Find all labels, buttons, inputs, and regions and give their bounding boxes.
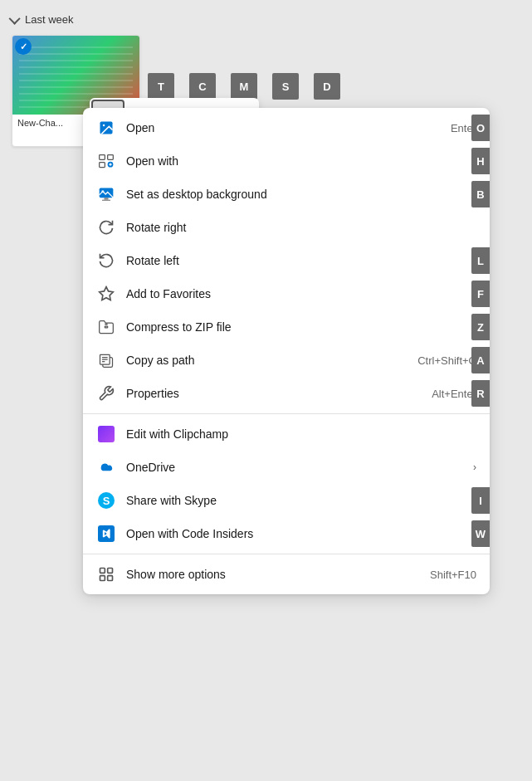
open-label: Open (126, 121, 434, 134)
copy-path-icon (96, 350, 116, 370)
show-more-shortcut: Shift+F10 (413, 569, 476, 581)
section-header: Last week (12, 13, 74, 26)
vscode-label: Open with Code Insiders (126, 527, 476, 540)
toolbar-letter-t: T (148, 73, 174, 100)
divider-1 (83, 413, 490, 414)
menu-item-rotate-left[interactable]: Rotate left L (83, 244, 490, 277)
compress-zip-letter: Z (471, 314, 490, 340)
file-selected-check (15, 38, 32, 55)
toolbar-letter-m: M (231, 73, 257, 100)
vscode-icon (96, 524, 116, 544)
onedrive-icon (96, 457, 116, 477)
favorites-letter: F (471, 281, 490, 307)
copy-path-shortcut: Ctrl+Shift+C (401, 354, 476, 367)
menu-item-open[interactable]: Open Enter O (83, 111, 490, 144)
properties-shortcut: Alt+Enter (415, 388, 476, 400)
menu-item-onedrive[interactable]: OneDrive › (83, 451, 490, 484)
skype-letter: I (471, 487, 490, 514)
toolbar-letter-d: D (314, 73, 340, 100)
svg-rect-9 (100, 155, 105, 160)
compress-zip-label: Compress to ZIP file (126, 320, 476, 334)
divider-2 (83, 554, 490, 554)
photo-icon (96, 118, 116, 138)
menu-item-vscode[interactable]: Open with Code Insiders W (83, 517, 490, 550)
rotate-left-letter: L (471, 247, 490, 274)
toolbar-letter-c: C (189, 73, 216, 100)
menu-item-clipchamp[interactable]: Edit with Clipchamp (83, 417, 490, 451)
toolbar-letters: T C M S D (148, 73, 349, 100)
svg-rect-32 (100, 576, 105, 581)
section-label: Last week (25, 13, 74, 26)
svg-rect-31 (108, 576, 113, 581)
wrench-icon (96, 383, 116, 403)
svg-rect-10 (108, 155, 114, 160)
favorites-label: Add to Favorites (126, 287, 476, 300)
menu-item-favorites[interactable]: Add to Favorites F (83, 277, 490, 310)
open-with-icon (96, 151, 116, 171)
open-letter: O (471, 115, 490, 141)
menu-item-show-more[interactable]: Show more options Shift+F10 (83, 558, 490, 591)
svg-point-8 (103, 124, 105, 127)
clipchamp-label: Edit with Clipchamp (126, 427, 476, 441)
svg-rect-30 (108, 569, 113, 574)
properties-letter: R (471, 380, 490, 407)
rotate-left-icon (96, 251, 116, 271)
skype-icon: S (96, 491, 116, 510)
vscode-letter: W (471, 520, 490, 547)
star-icon (96, 284, 116, 304)
copy-path-label: Copy as path (126, 354, 401, 367)
context-menu: Open Enter O Open with › H (83, 108, 490, 594)
onedrive-arrow: › (473, 461, 476, 473)
show-more-label: Show more options (126, 568, 413, 581)
menu-item-skype[interactable]: S Share with Skype I (83, 484, 490, 517)
rotate-left-label: Rotate left (126, 254, 476, 267)
svg-rect-23 (105, 324, 107, 325)
desktop-bg-icon (96, 184, 116, 204)
zip-icon (96, 317, 116, 337)
menu-item-desktop-bg[interactable]: Set as desktop background B (83, 178, 490, 211)
menu-item-copy-path[interactable]: Copy as path Ctrl+Shift+C A (83, 344, 490, 377)
show-more-icon (96, 564, 116, 584)
open-with-letter: H (471, 148, 490, 174)
svg-rect-18 (102, 200, 110, 201)
menu-item-open-with[interactable]: Open with › H (83, 144, 490, 178)
svg-rect-29 (100, 569, 105, 574)
desktop-bg-letter: B (471, 181, 490, 207)
onedrive-label: OneDrive (126, 461, 466, 474)
open-shortcut: Enter (434, 122, 476, 134)
svg-marker-19 (100, 287, 114, 300)
open-with-label: Open with (126, 154, 466, 168)
menu-item-compress-zip[interactable]: Compress to ZIP file Z (83, 310, 490, 344)
rotate-right-label: Rotate right (126, 221, 476, 234)
svg-rect-24 (105, 326, 107, 328)
menu-item-properties[interactable]: Properties Alt+Enter R (83, 377, 490, 410)
copy-path-letter: A (471, 347, 490, 373)
skype-label: Share with Skype (126, 494, 476, 507)
properties-label: Properties (126, 387, 415, 400)
toolbar-letter-s: S (272, 73, 299, 100)
svg-rect-17 (105, 198, 109, 200)
svg-rect-11 (100, 163, 105, 168)
rotate-right-icon (96, 217, 116, 237)
clipchamp-icon (96, 424, 116, 444)
menu-item-rotate-right[interactable]: Rotate right (83, 211, 490, 244)
desktop-bg-label: Set as desktop background (126, 188, 476, 201)
